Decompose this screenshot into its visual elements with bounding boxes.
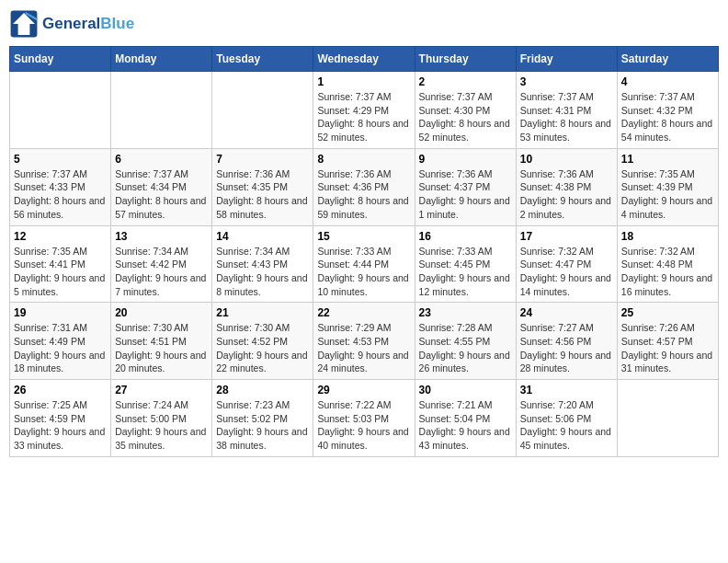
calendar-cell: 8Sunrise: 7:36 AM Sunset: 4:36 PM Daylig… (313, 148, 415, 225)
calendar-cell: 14Sunrise: 7:34 AM Sunset: 4:43 PM Dayli… (212, 225, 313, 303)
calendar-cell: 20Sunrise: 7:30 AM Sunset: 4:51 PM Dayli… (111, 303, 212, 380)
calendar-cell: 9Sunrise: 7:36 AM Sunset: 4:37 PM Daylig… (415, 148, 516, 225)
calendar-cell: 19Sunrise: 7:31 AM Sunset: 4:49 PM Dayli… (10, 303, 111, 380)
calendar-cell: 12Sunrise: 7:35 AM Sunset: 4:41 PM Dayli… (10, 225, 111, 303)
calendar-cell: 27Sunrise: 7:24 AM Sunset: 5:00 PM Dayli… (111, 380, 212, 457)
day-info: Sunrise: 7:23 AM Sunset: 5:02 PM Dayligh… (216, 398, 309, 453)
day-info: Sunrise: 7:37 AM Sunset: 4:33 PM Dayligh… (14, 167, 107, 222)
calendar-week-row: 26Sunrise: 7:25 AM Sunset: 4:59 PM Dayli… (10, 380, 719, 457)
weekday-header: Tuesday (212, 47, 313, 72)
day-number: 27 (115, 384, 208, 396)
day-info: Sunrise: 7:36 AM Sunset: 4:36 PM Dayligh… (317, 167, 410, 222)
weekday-header-row: SundayMondayTuesdayWednesdayThursdayFrid… (10, 47, 719, 72)
day-number: 17 (520, 230, 613, 243)
day-info: Sunrise: 7:32 AM Sunset: 4:48 PM Dayligh… (621, 245, 714, 299)
day-info: Sunrise: 7:22 AM Sunset: 5:03 PM Dayligh… (317, 398, 410, 453)
day-number: 23 (419, 306, 512, 319)
calendar-week-row: 19Sunrise: 7:31 AM Sunset: 4:49 PM Dayli… (10, 303, 719, 380)
day-number: 4 (621, 75, 714, 88)
calendar-cell (617, 380, 718, 457)
calendar-cell: 31Sunrise: 7:20 AM Sunset: 5:06 PM Dayli… (516, 380, 617, 457)
calendar-cell: 1Sunrise: 7:37 AM Sunset: 4:29 PM Daylig… (313, 72, 415, 149)
weekday-header: Thursday (415, 47, 516, 72)
day-info: Sunrise: 7:24 AM Sunset: 5:00 PM Dayligh… (115, 398, 208, 453)
calendar-cell: 30Sunrise: 7:21 AM Sunset: 5:04 PM Dayli… (415, 380, 516, 457)
day-info: Sunrise: 7:37 AM Sunset: 4:30 PM Dayligh… (419, 90, 512, 144)
weekday-header: Saturday (617, 47, 718, 72)
day-info: Sunrise: 7:30 AM Sunset: 4:51 PM Dayligh… (115, 321, 208, 375)
calendar-cell: 15Sunrise: 7:33 AM Sunset: 4:44 PM Dayli… (313, 225, 415, 303)
calendar-cell: 18Sunrise: 7:32 AM Sunset: 4:48 PM Dayli… (617, 225, 718, 303)
day-info: Sunrise: 7:33 AM Sunset: 4:44 PM Dayligh… (317, 245, 410, 299)
calendar-cell: 11Sunrise: 7:35 AM Sunset: 4:39 PM Dayli… (617, 148, 718, 225)
day-number: 7 (216, 153, 309, 166)
day-number: 31 (520, 384, 613, 396)
day-number: 2 (419, 75, 512, 88)
day-info: Sunrise: 7:32 AM Sunset: 4:47 PM Dayligh… (520, 245, 613, 299)
day-number: 25 (621, 306, 714, 319)
day-number: 10 (520, 153, 613, 166)
day-info: Sunrise: 7:31 AM Sunset: 4:49 PM Dayligh… (14, 321, 107, 375)
calendar-cell: 2Sunrise: 7:37 AM Sunset: 4:30 PM Daylig… (415, 72, 516, 149)
calendar-cell (111, 72, 212, 149)
day-number: 1 (317, 75, 410, 88)
calendar-cell: 7Sunrise: 7:36 AM Sunset: 4:35 PM Daylig… (212, 148, 313, 225)
calendar-cell (10, 72, 111, 149)
calendar-cell: 26Sunrise: 7:25 AM Sunset: 4:59 PM Dayli… (10, 380, 111, 457)
calendar-cell: 17Sunrise: 7:32 AM Sunset: 4:47 PM Dayli… (516, 225, 617, 303)
weekday-header: Friday (516, 47, 617, 72)
day-number: 14 (216, 230, 309, 243)
day-number: 15 (317, 230, 410, 243)
weekday-header: Wednesday (313, 47, 415, 72)
calendar-table: SundayMondayTuesdayWednesdayThursdayFrid… (9, 46, 719, 457)
day-number: 13 (115, 230, 208, 243)
calendar-cell: 5Sunrise: 7:37 AM Sunset: 4:33 PM Daylig… (10, 148, 111, 225)
day-info: Sunrise: 7:35 AM Sunset: 4:39 PM Dayligh… (621, 167, 714, 222)
day-info: Sunrise: 7:35 AM Sunset: 4:41 PM Dayligh… (14, 245, 107, 299)
day-info: Sunrise: 7:25 AM Sunset: 4:59 PM Dayligh… (14, 398, 107, 453)
calendar-week-row: 5Sunrise: 7:37 AM Sunset: 4:33 PM Daylig… (10, 148, 719, 225)
calendar-cell: 24Sunrise: 7:27 AM Sunset: 4:56 PM Dayli… (516, 303, 617, 380)
day-number: 22 (317, 306, 410, 319)
day-info: Sunrise: 7:37 AM Sunset: 4:31 PM Dayligh… (520, 90, 613, 144)
logo-icon (9, 9, 39, 39)
day-info: Sunrise: 7:34 AM Sunset: 4:42 PM Dayligh… (115, 245, 208, 299)
calendar-cell: 4Sunrise: 7:37 AM Sunset: 4:32 PM Daylig… (617, 72, 718, 149)
day-info: Sunrise: 7:37 AM Sunset: 4:34 PM Dayligh… (115, 167, 208, 222)
day-info: Sunrise: 7:26 AM Sunset: 4:57 PM Dayligh… (621, 321, 714, 375)
calendar-cell: 16Sunrise: 7:33 AM Sunset: 4:45 PM Dayli… (415, 225, 516, 303)
page-header: GeneralBlue (9, 9, 719, 39)
day-info: Sunrise: 7:28 AM Sunset: 4:55 PM Dayligh… (419, 321, 512, 375)
day-number: 29 (317, 384, 410, 396)
day-number: 12 (14, 230, 107, 243)
calendar-cell: 21Sunrise: 7:30 AM Sunset: 4:52 PM Dayli… (212, 303, 313, 380)
calendar-cell: 22Sunrise: 7:29 AM Sunset: 4:53 PM Dayli… (313, 303, 415, 380)
weekday-header: Monday (111, 47, 212, 72)
weekday-header: Sunday (10, 47, 111, 72)
day-number: 20 (115, 306, 208, 319)
day-info: Sunrise: 7:30 AM Sunset: 4:52 PM Dayligh… (216, 321, 309, 375)
day-number: 9 (419, 153, 512, 166)
day-number: 8 (317, 153, 410, 166)
calendar-cell: 3Sunrise: 7:37 AM Sunset: 4:31 PM Daylig… (516, 72, 617, 149)
day-number: 16 (419, 230, 512, 243)
day-info: Sunrise: 7:21 AM Sunset: 5:04 PM Dayligh… (419, 398, 512, 453)
day-info: Sunrise: 7:34 AM Sunset: 4:43 PM Dayligh… (216, 245, 309, 299)
day-number: 26 (14, 384, 107, 396)
day-number: 19 (14, 306, 107, 319)
day-number: 18 (621, 230, 714, 243)
logo-text: GeneralBlue (42, 15, 134, 33)
day-number: 11 (621, 153, 714, 166)
day-info: Sunrise: 7:29 AM Sunset: 4:53 PM Dayligh… (317, 321, 410, 375)
day-number: 24 (520, 306, 613, 319)
day-number: 6 (115, 153, 208, 166)
calendar-cell: 10Sunrise: 7:36 AM Sunset: 4:38 PM Dayli… (516, 148, 617, 225)
day-info: Sunrise: 7:20 AM Sunset: 5:06 PM Dayligh… (520, 398, 613, 453)
day-number: 3 (520, 75, 613, 88)
calendar-cell: 29Sunrise: 7:22 AM Sunset: 5:03 PM Dayli… (313, 380, 415, 457)
calendar-week-row: 12Sunrise: 7:35 AM Sunset: 4:41 PM Dayli… (10, 225, 719, 303)
calendar-week-row: 1Sunrise: 7:37 AM Sunset: 4:29 PM Daylig… (10, 72, 719, 149)
calendar-cell: 28Sunrise: 7:23 AM Sunset: 5:02 PM Dayli… (212, 380, 313, 457)
day-info: Sunrise: 7:37 AM Sunset: 4:29 PM Dayligh… (317, 90, 410, 144)
day-number: 30 (419, 384, 512, 396)
